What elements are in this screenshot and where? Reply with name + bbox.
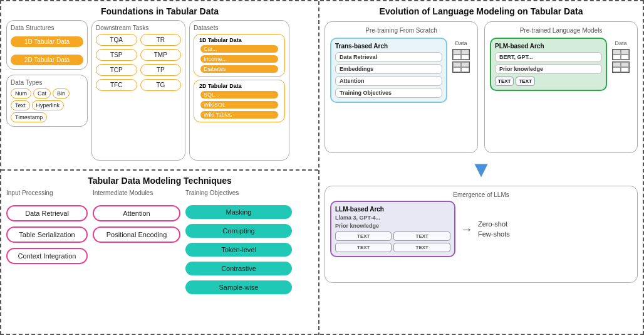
dataset-wiki-tables: Wiki Tables: [200, 111, 278, 119]
foundations-inner: Data Structures 1D Tabular Data 2D Tabul…: [6, 20, 313, 161]
pre-trained-lm-box: Pre-trained Language Models PLM-based Ar…: [484, 21, 638, 153]
arrow-right-icon: →: [460, 222, 473, 237]
llm-prior-knowledge: Prior knowledge: [335, 223, 450, 229]
intermediate-modules-col: Intermediate Modules Attention Positiona…: [93, 189, 180, 327]
plm-table-1: [612, 49, 630, 60]
pill-num: Num: [11, 88, 31, 98]
context-integration-pill: Context Integration: [6, 248, 88, 264]
main-container: Foundations in Tabular Data Data Structu…: [0, 0, 644, 335]
pill-timestamp: Timestamp: [11, 112, 47, 122]
task-tsp: TSP: [96, 49, 137, 61]
plm-text-2: TEXT: [516, 77, 534, 86]
input-processing-label: Input Processing: [6, 189, 88, 196]
left-half: Foundations in Tabular Data Data Structu…: [1, 1, 319, 335]
task-tg: TG: [140, 79, 182, 91]
pill-cat: Cat: [33, 88, 51, 98]
table-cell-3: [453, 55, 461, 60]
positional-encoding-pill: Positional Encoding: [93, 226, 180, 243]
foundations-section: Foundations in Tabular Data Data Structu…: [1, 1, 318, 171]
plm-data-label: Data: [615, 40, 627, 46]
arrow-down-icon: ▼: [325, 158, 638, 181]
task-tp: TP: [140, 64, 182, 76]
datasets-box: Datasets 1D Tabular Data Car... Income..…: [189, 20, 289, 161]
corrupting-pill: Corrupting: [185, 224, 292, 238]
2d-tabular-data-pill: 2D Tabular Data: [11, 55, 83, 65]
trans-data-area: Data: [450, 38, 472, 75]
masking-pill: Masking: [185, 205, 292, 219]
plm-bert: BERT, GPT...: [495, 52, 602, 62]
table-cell-1: [453, 50, 461, 55]
llm-text-1: TEXT: [335, 231, 392, 241]
dataset-1d-inner: Car... Income... Diabetes: [199, 45, 279, 73]
zero-shot-label: Zero-shot: [478, 220, 510, 228]
plm-table-2: [612, 61, 630, 73]
pre-right-content: PLM-based Arch BERT, GPT... Prior knowle…: [490, 38, 632, 91]
attention-pill: Attention: [93, 205, 180, 221]
dataset-sql: SQL...: [200, 91, 278, 98]
zero-few-shots: Zero-shot Few-shots: [478, 220, 510, 238]
llm-section: Emergence of LLMs LLM-based Arch Llama 3…: [325, 186, 638, 283]
plm-arch-box: PLM-based Arch BERT, GPT... Prior knowle…: [490, 38, 607, 91]
task-tqa: TQA: [96, 34, 137, 46]
llm-inner-items: Llama 3, GPT-4... Prior knowledge TEXT T…: [335, 215, 450, 252]
training-objectives-col: Training Objectives Masking Corrupting T…: [185, 189, 292, 327]
llm-content: LLM-based Arch Llama 3, GPT-4... Prior k…: [330, 201, 632, 257]
data-structures-col: Data Structures 1D Tabular Data 2D Tabul…: [6, 20, 88, 161]
plm-arch-label: PLM-based Arch: [495, 43, 544, 50]
modeling-inner: Input Processing Data Retrieval Table Se…: [6, 189, 313, 327]
trans-arch-label: Trans-based Arch: [335, 43, 388, 50]
plm-data-area: Data: [610, 38, 632, 75]
data-types-box: Data Types Num Cat Bin Text Hyperlink Ti…: [6, 75, 88, 127]
contrastive-pill: Contrastive: [185, 262, 292, 275]
pre-training-area: Pre-training From Scratch Trans-based Ar…: [325, 21, 638, 153]
dataset-1d: 1D Tabular Data Car... Income... Diabete…: [194, 34, 285, 77]
trans-tables: [452, 49, 470, 73]
pre-trained-lm-label: Pre-trained Language Models: [490, 27, 632, 34]
downstream-tasks-label: Downstream Tasks: [96, 24, 181, 31]
plm-text-1: TEXT: [495, 77, 514, 86]
llm-inner-col: Emergence of LLMs LLM-based Arch Llama 3…: [330, 191, 632, 277]
llm-text-3: TEXT: [335, 243, 392, 252]
right-title: Evolution of Language Modeling on Tabula…: [325, 6, 638, 16]
data-types-label: Data Types: [11, 79, 83, 86]
task-tfc: TFC: [96, 79, 137, 91]
table-cell-2: [461, 50, 469, 55]
pre-left-content: Trans-based Arch Data Retrieval Embeddin…: [330, 38, 472, 105]
llm-llama-gpt: Llama 3, GPT-4...: [335, 215, 450, 221]
few-shots-label: Few-shots: [478, 230, 510, 238]
pre-training-scratch-label: Pre-training From Scratch: [330, 27, 472, 34]
data-retrieval-pill: Data Retrieval: [6, 205, 88, 221]
plm-prior: Prior knowledge: [495, 64, 602, 74]
foundations-title: Foundations in Tabular Data: [6, 6, 313, 16]
mini-table-2: [452, 61, 470, 73]
arch-training-obj: Training Objectives: [335, 88, 442, 98]
right-half: Evolution of Language Modeling on Tabula…: [319, 1, 643, 335]
dataset-2d-inner: SQL... WikiSOL Wiki Tables: [199, 90, 279, 119]
data-types-row2: Text Hyperlink Timestamp: [11, 100, 83, 122]
pill-bin: Bin: [53, 88, 70, 98]
plm-arch-area: PLM-based Arch BERT, GPT... Prior knowle…: [490, 38, 607, 91]
plm-tables: [612, 49, 630, 73]
mini-table-1: [452, 49, 470, 60]
table-cell-6: [461, 62, 469, 67]
llm-arch-label: LLM-based Arch: [335, 206, 384, 213]
plm-inner: BERT, GPT... Prior knowledge: [495, 52, 602, 74]
table-cell-5: [453, 62, 461, 67]
datasets-label: Datasets: [194, 24, 285, 31]
downstream-tasks-box: Downstream Tasks TQA TR TSP TMP TCP TP T…: [91, 20, 185, 161]
emergence-label: Emergence of LLMs: [330, 191, 632, 198]
task-tmp: TMP: [140, 49, 182, 61]
dataset-2d: 2D Tabular Data SQL... WikiSOL Wiki Tabl…: [194, 80, 285, 122]
1d-tabular-data-pill: 1D Tabular Data: [11, 36, 83, 47]
pill-hyperlink: Hyperlink: [32, 100, 65, 110]
modeling-title: Tabular Data Modeling Techniques: [6, 176, 313, 186]
llm-arch-box: LLM-based Arch Llama 3, GPT-4... Prior k…: [330, 201, 455, 257]
intermediate-modules-label: Intermediate Modules: [93, 189, 180, 196]
token-level-pill: Token-level: [185, 243, 292, 257]
dataset-car: Car...: [200, 45, 278, 53]
task-tr: TR: [140, 34, 182, 46]
arch-data-retrieval: Data Retrieval: [335, 52, 442, 62]
table-serialization-pill: Table Serialization: [6, 226, 88, 243]
tasks-grid: TQA TR TSP TMP TCP TP TFC TG: [96, 34, 181, 91]
table-cell-4: [461, 55, 469, 60]
